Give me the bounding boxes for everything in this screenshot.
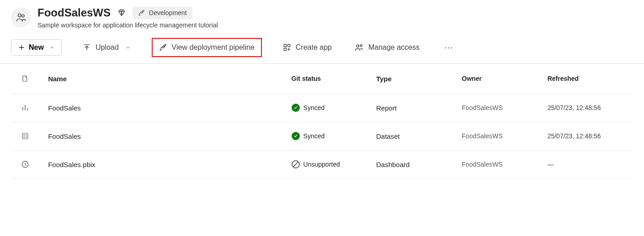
workspace-title: FoodSalesWS (37, 6, 111, 20)
table-row[interactable]: FoodSalesSyncedReportFoodSalesWS25/07/23… (11, 94, 633, 122)
app-icon (283, 43, 291, 52)
new-button[interactable]: New (11, 39, 62, 56)
pipeline-label: View deployment pipeline (172, 43, 255, 52)
upload-button[interactable]: Upload (81, 40, 133, 55)
svg-point-2 (142, 12, 143, 12)
svg-point-1 (22, 15, 24, 17)
table-header: Name Git status Type Owner Refreshed (11, 64, 633, 94)
item-git-status: Synced (292, 132, 376, 140)
svg-rect-5 (287, 44, 290, 47)
item-type: Report (376, 104, 462, 112)
svg-point-3 (164, 46, 165, 47)
rocket-icon (159, 43, 167, 52)
chevron-down-icon (125, 45, 131, 50)
item-owner: FoodSalesWS (462, 104, 547, 111)
col-git-header[interactable]: Git status (292, 75, 376, 82)
item-refreshed: 25/07/23, 12:48:56 (548, 104, 633, 111)
col-type-header[interactable]: Type (376, 75, 462, 83)
item-refreshed: 25/07/23, 12:48:56 (548, 132, 633, 140)
git-status-label: Synced (303, 104, 325, 111)
synced-icon (292, 104, 300, 112)
upload-icon (83, 43, 91, 52)
svg-point-12 (24, 137, 25, 138)
item-name[interactable]: FoodSales (48, 132, 291, 140)
table-row[interactable]: FoodSalesSyncedDatasetFoodSalesWS25/07/2… (11, 122, 633, 151)
workspace-description: Sample workspace for application lifecyc… (37, 21, 218, 29)
svg-rect-9 (22, 133, 28, 139)
file-icon (21, 74, 28, 83)
stage-badge: Development (133, 6, 192, 19)
manage-access-button[interactable]: Manage access (353, 39, 421, 56)
item-type: Dataset (376, 132, 462, 140)
col-name-header[interactable]: Name (48, 75, 291, 83)
workspace-avatar (11, 7, 31, 27)
svg-point-7 (357, 45, 359, 47)
svg-point-0 (18, 14, 21, 17)
report-icon (11, 104, 48, 112)
svg-point-10 (24, 135, 25, 136)
svg-point-8 (360, 45, 362, 47)
create-app-button[interactable]: Create app (281, 40, 334, 55)
create-app-label: Create app (296, 43, 332, 52)
item-refreshed: — (548, 161, 633, 168)
svg-point-13 (26, 137, 27, 138)
stage-label: Development (149, 9, 187, 16)
upload-label: Upload (96, 43, 119, 52)
unsupported-icon (292, 160, 300, 168)
manage-access-label: Manage access (368, 43, 420, 52)
svg-point-11 (26, 135, 27, 136)
synced-icon (292, 132, 300, 140)
item-type: Dashboard (376, 161, 462, 168)
dataset-icon (11, 132, 48, 140)
git-status-label: Unsupported (303, 161, 340, 168)
svg-rect-6 (284, 48, 286, 50)
col-refreshed-header[interactable]: Refreshed (548, 75, 633, 82)
dashboard-icon (11, 160, 48, 168)
svg-rect-4 (284, 44, 286, 47)
more-button[interactable]: ··· (441, 42, 457, 52)
plus-icon (18, 44, 25, 51)
premium-icon (117, 8, 126, 17)
rocket-icon (138, 9, 145, 16)
item-name[interactable]: FoodSales.pbix (48, 161, 291, 168)
col-owner-header[interactable]: Owner (462, 75, 547, 82)
chevron-down-icon (49, 45, 55, 50)
item-owner: FoodSalesWS (462, 132, 547, 140)
new-button-label: New (29, 43, 44, 52)
item-git-status: Unsupported (292, 160, 376, 168)
item-git-status: Synced (292, 104, 376, 112)
git-status-label: Synced (303, 132, 325, 140)
people-icon (355, 43, 364, 52)
table-row[interactable]: FoodSales.pbixUnsupportedDashboardFoodSa… (11, 151, 633, 179)
item-owner: FoodSalesWS (462, 161, 547, 168)
view-deployment-pipeline-button[interactable]: View deployment pipeline (152, 38, 262, 57)
item-name[interactable]: FoodSales (48, 104, 291, 112)
